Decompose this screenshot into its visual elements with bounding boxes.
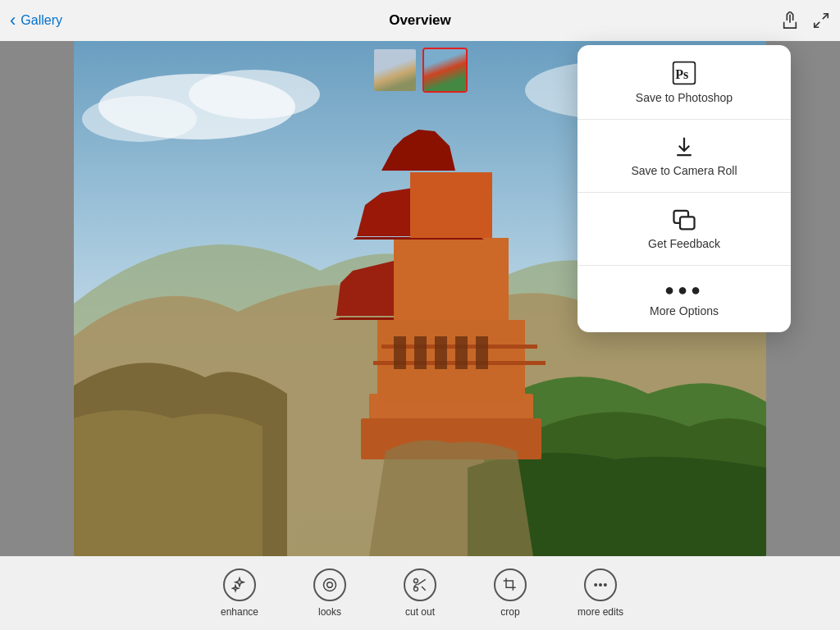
svg-point-26	[324, 579, 336, 591]
svg-point-6	[82, 96, 197, 142]
save-to-camera-roll-item[interactable]: Save to Camera Roll	[578, 120, 791, 193]
cut-out-label: cut out	[405, 606, 435, 618]
thumbnail-1[interactable]	[372, 48, 418, 93]
chevron-left-icon: ‹	[10, 11, 16, 30]
svg-line-29	[418, 579, 426, 585]
svg-rect-20	[476, 336, 488, 369]
svg-point-33	[600, 584, 602, 587]
share-button[interactable]	[781, 11, 799, 30]
svg-point-28	[414, 587, 418, 591]
enhance-icon	[223, 568, 256, 601]
more-edits-tool[interactable]: more edits	[555, 560, 646, 626]
top-bar: ‹ Gallery Overview	[0, 0, 840, 41]
svg-point-34	[605, 584, 607, 587]
svg-rect-18	[435, 336, 447, 369]
share-icon	[781, 11, 799, 30]
svg-text:Ps: Ps	[675, 67, 688, 81]
bottom-toolbar: enhance looks cut out	[0, 556, 840, 630]
page-title: Overview	[389, 12, 451, 29]
more-edits-icon	[584, 568, 617, 601]
looks-icon	[313, 568, 346, 601]
photoshop-icon: Ps	[671, 60, 697, 86]
popup-menu: Ps Save to Photoshop Save to Camera Roll…	[578, 45, 791, 332]
back-label: Gallery	[21, 13, 62, 28]
ellipsis-icon: ●●●	[664, 281, 704, 299]
side-bar-left	[0, 41, 74, 556]
thumbnail-2-image	[424, 49, 466, 91]
crop-icon	[494, 568, 527, 601]
enhance-label: enhance	[221, 606, 258, 618]
svg-point-27	[414, 579, 418, 583]
fullscreen-button[interactable]	[812, 11, 830, 30]
back-button[interactable]: ‹ Gallery	[10, 11, 62, 30]
thumbnail-1-image	[374, 49, 416, 91]
svg-rect-12	[394, 238, 509, 320]
svg-line-2	[815, 22, 819, 27]
thumbnail-2[interactable]	[422, 48, 468, 93]
more-options-label: More Options	[650, 304, 719, 317]
svg-line-30	[422, 587, 426, 591]
save-to-photoshop-item[interactable]: Ps Save to Photoshop	[578, 45, 791, 120]
scissors-icon	[404, 568, 436, 601]
svg-line-1	[823, 14, 828, 19]
get-feedback-item[interactable]: Get Feedback	[578, 193, 791, 266]
svg-rect-17	[414, 336, 427, 369]
crop-label: crop	[500, 606, 519, 618]
cut-out-tool[interactable]: cut out	[375, 560, 465, 626]
enhance-tool[interactable]: enhance	[194, 560, 285, 626]
more-options-item[interactable]: ●●● More Options	[578, 266, 791, 332]
svg-rect-24	[680, 217, 695, 229]
svg-rect-19	[455, 336, 468, 369]
crop-tool[interactable]: crop	[465, 560, 555, 626]
top-right-actions	[781, 11, 830, 30]
save-camera-label: Save to Camera Roll	[631, 164, 737, 177]
svg-rect-13	[410, 172, 492, 238]
svg-point-25	[327, 582, 333, 588]
more-edits-label: more edits	[578, 606, 623, 618]
get-feedback-label: Get Feedback	[648, 237, 720, 250]
expand-icon	[812, 11, 830, 30]
looks-label: looks	[318, 606, 341, 618]
save-photoshop-label: Save to Photoshop	[636, 91, 733, 104]
svg-point-32	[595, 584, 597, 587]
download-icon	[672, 135, 696, 159]
looks-tool[interactable]: looks	[285, 560, 375, 626]
svg-rect-16	[394, 336, 406, 369]
feedback-icon	[672, 208, 696, 232]
